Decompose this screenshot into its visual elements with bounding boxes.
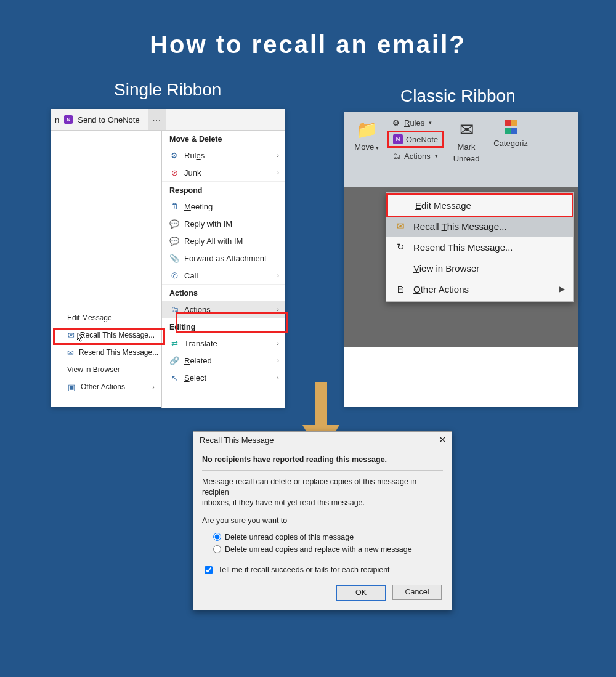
section-actions: Actions <box>162 284 285 301</box>
chevron-right-icon: › <box>277 152 279 159</box>
recall-dialog: Recall This Message ✕ No recipients have… <box>193 431 452 610</box>
menu-related[interactable]: 🔗 Related › <box>162 352 285 369</box>
actions-icon: 🗂 <box>169 304 179 314</box>
chevron-right-icon: › <box>277 272 279 279</box>
onenote-icon: N <box>64 115 73 124</box>
main-overflow-menu: Move & Delete ⚙ Rules › ⊘ Junk › Respond… <box>161 131 285 408</box>
call-icon: ✆ <box>169 270 179 280</box>
junk-icon: ⊘ <box>169 168 179 177</box>
submenu-view-in-browser[interactable]: View in Browser <box>51 361 161 378</box>
dialog-description: Message recall can delete or replace cop… <box>202 471 443 509</box>
menu-actions[interactable]: 🗂 Actions › <box>162 301 285 318</box>
blank-icon <box>395 262 406 274</box>
move-button[interactable]: 📁 Move ▾ <box>349 116 384 191</box>
im-icon: 💬 <box>169 219 179 229</box>
tell-me-checkbox-row[interactable]: Tell me if recall succeeds or fails for … <box>202 559 443 585</box>
rules-button[interactable]: ⚙ Rules▾ <box>387 116 444 129</box>
rules-icon: ⚙ <box>169 150 179 160</box>
menu-select[interactable]: ↖ Select › <box>162 369 285 386</box>
menu-junk[interactable]: ⊘ Junk › <box>162 164 285 181</box>
blank-icon <box>397 200 408 211</box>
dropdown-recall-message[interactable]: ✉ Recall This Message... <box>386 216 573 237</box>
rules-icon: ⚙ <box>391 118 401 128</box>
page-title: How to recall an email? <box>0 0 616 59</box>
tab-fragment: n <box>55 115 59 124</box>
meeting-icon: 🗓 <box>169 201 179 211</box>
resend-icon: ✉ <box>67 348 74 357</box>
actions-submenu: Edit Message ✉ Recall This Message... ✉ … <box>51 131 161 408</box>
other-actions-icon: ▣ <box>67 383 76 391</box>
menu-reply-im[interactable]: 💬 Reply with IM <box>162 215 285 232</box>
categorize-button[interactable]: Categoriz <box>489 116 532 191</box>
dialog-title: Recall This Message <box>200 436 274 445</box>
close-button[interactable]: ✕ <box>439 434 447 445</box>
resend-icon: ↻ <box>395 241 406 253</box>
more-button[interactable]: ··· <box>148 109 166 130</box>
dialog-prompt: Are you sure you want to <box>202 509 443 527</box>
chevron-right-icon: › <box>277 339 279 347</box>
classic-ribbon-bar: 📁 Move ▾ ⚙ Rules▾ N OneNote 🗂 Actions▾ ✉… <box>344 112 578 191</box>
menu-reply-all-im[interactable]: 💬 Reply All with IM <box>162 232 285 249</box>
onenote-icon: N <box>393 134 403 144</box>
dropdown-view-in-browser[interactable]: View in Browser <box>386 257 573 278</box>
translate-icon: ⇄ <box>169 338 179 348</box>
dropdown-resend-message[interactable]: ↻ Resend This Message... <box>386 237 573 257</box>
section-respond: Respond <box>162 181 285 198</box>
submenu-resend-message[interactable]: ✉ Resend This Message... <box>51 344 161 361</box>
send-to-onenote-button[interactable]: Send to OneNote <box>78 115 139 124</box>
ribbon-top-bar: n N Send to OneNote ··· <box>51 109 285 131</box>
categorize-icon <box>505 120 517 126</box>
dialog-heading: No recipients have reported reading this… <box>202 452 443 471</box>
single-ribbon-panel: n N Send to OneNote ··· Edit Message ✉ R… <box>51 109 285 407</box>
caption-single-ribbon: Single Ribbon <box>114 80 221 100</box>
caption-classic-ribbon: Classic Ribbon <box>400 86 516 106</box>
submenu-recall-message[interactable]: ✉ Recall This Message... <box>51 326 161 344</box>
section-move-delete: Move & Delete <box>162 131 285 147</box>
move-group-stack: ⚙ Rules▾ N OneNote 🗂 Actions▾ <box>387 116 444 191</box>
chevron-right-icon: › <box>277 169 279 176</box>
chevron-right-icon: › <box>277 357 279 364</box>
option-delete-copies[interactable]: Delete unread copies of this message <box>213 531 443 543</box>
dropdown-edit-message[interactable]: Edit Message <box>386 193 573 217</box>
option-delete-and-replace[interactable]: Delete unread copies and replace with a … <box>213 543 443 556</box>
actions-dropdown: Edit Message ✉ Recall This Message... ↻ … <box>386 192 574 302</box>
radio-delete-copies[interactable] <box>213 533 221 541</box>
actions-button[interactable]: 🗂 Actions▾ <box>387 149 444 163</box>
other-actions-icon: 🗎 <box>395 283 406 294</box>
chevron-right-icon: › <box>277 374 279 381</box>
chevron-right-icon: › <box>277 306 279 313</box>
actions-icon: 🗂 <box>391 151 401 161</box>
radio-delete-and-replace[interactable] <box>213 545 221 553</box>
attach-icon: 📎 <box>169 253 179 263</box>
menu-meeting[interactable]: 🗓 Meeting <box>162 198 285 215</box>
recall-icon: ✉ <box>395 221 406 232</box>
select-icon: ↖ <box>169 373 179 383</box>
chevron-right-icon: › <box>152 383 155 391</box>
submenu-other-actions[interactable]: ▣ Other Actions › <box>51 378 161 395</box>
dropdown-other-actions[interactable]: 🗎 Other Actions ▶ <box>386 278 573 299</box>
categorize-icon <box>505 128 517 134</box>
im-icon: 💬 <box>169 236 179 246</box>
menu-call[interactable]: ✆ Call › <box>162 267 285 284</box>
submenu-edit-message[interactable]: Edit Message <box>51 309 161 326</box>
section-editing: Editing <box>162 318 285 334</box>
recall-icon: ✉ <box>67 331 75 339</box>
related-icon: 🔗 <box>169 355 179 365</box>
move-icon: 📁 <box>356 120 378 140</box>
tell-me-checkbox[interactable] <box>205 566 213 574</box>
onenote-button[interactable]: N OneNote <box>387 131 444 148</box>
cancel-button[interactable]: Cancel <box>392 585 442 600</box>
mark-unread-button[interactable]: ✉ Mark Unread <box>447 116 485 191</box>
ok-button[interactable]: OK <box>336 585 386 601</box>
chevron-right-icon: ▶ <box>559 285 565 293</box>
menu-forward-attachment[interactable]: 📎 Forward as Attachment <box>162 249 285 267</box>
envelope-icon: ✉ <box>460 120 474 140</box>
menu-translate[interactable]: ⇄ Translate › <box>162 334 285 352</box>
menu-rules[interactable]: ⚙ Rules › <box>162 147 285 164</box>
